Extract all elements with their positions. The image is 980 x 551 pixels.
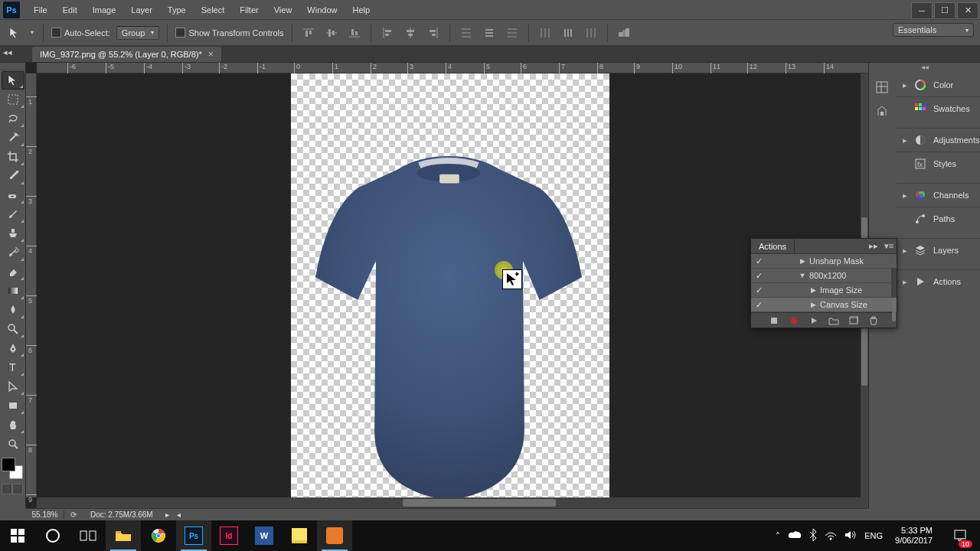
tray-language[interactable]: ENG	[864, 531, 883, 540]
menu-image[interactable]: Image	[85, 0, 124, 20]
panel-layers[interactable]: ▸Layers	[897, 238, 980, 262]
dodge-tool[interactable]	[2, 320, 24, 338]
tray-bluetooth-icon[interactable]	[809, 529, 817, 543]
document-info[interactable]: Doc: 2.75M/3.66M	[83, 510, 161, 519]
marquee-tool[interactable]	[2, 90, 24, 109]
distribute-left-icon[interactable]	[537, 24, 554, 41]
dock-stub-icon[interactable]	[871, 77, 893, 98]
action-toggle-icon[interactable]: ✓	[751, 256, 766, 266]
tab-scroll-left-icon[interactable]: ◂◂	[3, 47, 12, 57]
distribute-right-icon[interactable]	[583, 24, 599, 41]
distribute-hcenter-icon[interactable]	[560, 24, 577, 41]
action-row[interactable]: ✓ ▼800x1200	[751, 269, 897, 283]
tray-clock[interactable]: 5:33 PM9/06/2017	[890, 526, 937, 546]
move-tool[interactable]	[2, 71, 24, 90]
taskbar-notes-icon[interactable]	[282, 520, 317, 551]
menu-edit[interactable]: Edit	[55, 0, 85, 20]
status-flyout-icon[interactable]: ▸	[161, 510, 174, 519]
panel-flyout-icon[interactable]: ▸▸	[867, 240, 880, 253]
canvas[interactable]	[291, 73, 609, 497]
auto-align-icon[interactable]	[616, 24, 632, 41]
gradient-tool[interactable]	[2, 282, 24, 300]
foreground-background-swatches[interactable]	[2, 458, 23, 479]
panel-adjustments[interactable]: ▸Adjustments	[897, 128, 980, 152]
stop-recording-icon[interactable]	[768, 315, 780, 327]
lasso-tool[interactable]	[2, 109, 24, 128]
tray-overflow-icon[interactable]: ˄	[776, 531, 780, 541]
healing-brush-tool[interactable]	[2, 186, 24, 204]
tray-volume-icon[interactable]	[844, 530, 857, 542]
status-sync-icon[interactable]: ⟳	[64, 510, 83, 519]
align-bottom-icon[interactable]	[346, 24, 363, 41]
actions-scrollbar[interactable]	[891, 268, 897, 297]
distribute-bottom-icon[interactable]	[504, 24, 521, 41]
dock-stub-icon[interactable]	[871, 101, 893, 122]
distribute-top-icon[interactable]	[458, 24, 475, 41]
close-tab-icon[interactable]: ×	[208, 49, 214, 60]
window-minimize-button[interactable]: ─	[911, 2, 933, 19]
menu-file[interactable]: File	[26, 0, 55, 20]
taskbar-app-icon[interactable]	[317, 520, 352, 551]
pen-tool[interactable]	[2, 339, 24, 357]
action-toggle-icon[interactable]: ✓	[751, 285, 766, 295]
start-button[interactable]	[0, 520, 35, 551]
panel-actions[interactable]: ▸Actions	[897, 269, 980, 293]
play-action-icon[interactable]	[808, 315, 820, 327]
window-close-button[interactable]: ✕	[957, 2, 978, 19]
quick-mask-toggle[interactable]	[2, 484, 24, 494]
canvas-scrollbar-horizontal[interactable]	[37, 497, 868, 508]
history-brush-tool[interactable]	[2, 243, 24, 262]
align-hcenter-icon[interactable]	[402, 24, 419, 41]
taskbar-word-icon[interactable]: W	[247, 520, 282, 551]
new-set-icon[interactable]	[828, 315, 840, 327]
action-row[interactable]: ✓ ▶Image Size	[751, 283, 897, 298]
panel-menu-icon[interactable]: ▾≡	[883, 240, 895, 253]
panel-color[interactable]: ▸Color	[897, 73, 980, 96]
action-toggle-icon[interactable]: ✓	[751, 300, 766, 310]
distribute-vcenter-icon[interactable]	[481, 24, 498, 41]
panel-swatches[interactable]: ▸Swatches	[897, 96, 980, 120]
auto-select-mode-dropdown[interactable]: Group▾	[116, 26, 160, 40]
taskbar-photoshop-icon[interactable]: Ps	[176, 520, 211, 551]
tray-onedrive-icon[interactable]	[788, 530, 802, 541]
action-row[interactable]: ✓ ▶Canvas Size	[751, 298, 897, 312]
action-toggle-icon[interactable]: ✓	[751, 271, 766, 281]
panel-styles[interactable]: ▸fxStyles	[897, 152, 980, 175]
menu-layer[interactable]: Layer	[123, 0, 160, 20]
document-tab[interactable]: IMG_9372.png @ 55.2% (Layer 0, RGB/8)* ×	[32, 47, 221, 62]
eyedropper-tool[interactable]	[2, 167, 24, 185]
canvas-viewport[interactable]	[37, 73, 861, 497]
align-left-icon[interactable]	[379, 24, 396, 41]
workspace-switcher-dropdown[interactable]: Essentials▾	[893, 23, 974, 37]
blur-tool[interactable]	[2, 301, 24, 319]
begin-recording-icon[interactable]	[788, 315, 800, 327]
zoom-tool[interactable]	[2, 435, 24, 453]
tray-network-icon[interactable]	[825, 530, 837, 542]
tray-notifications-icon[interactable]: 10	[945, 520, 975, 551]
show-transform-checkbox[interactable]: Show Transform Controls	[175, 28, 283, 37]
clone-stamp-tool[interactable]	[2, 224, 24, 243]
hand-tool[interactable]	[2, 416, 24, 434]
crop-tool[interactable]	[2, 148, 24, 166]
panel-paths[interactable]: ▸Paths	[897, 207, 980, 230]
menu-window[interactable]: Window	[299, 0, 345, 20]
menu-filter[interactable]: Filter	[232, 0, 266, 20]
menu-view[interactable]: View	[266, 0, 300, 20]
auto-select-checkbox[interactable]: Auto-Select:	[51, 28, 110, 37]
taskbar-explorer-icon[interactable]	[106, 520, 141, 551]
align-vcenter-icon[interactable]	[323, 24, 340, 41]
magic-wand-tool[interactable]	[2, 129, 24, 147]
new-action-icon[interactable]	[848, 315, 860, 327]
taskbar-chrome-icon[interactable]	[141, 520, 176, 551]
type-tool[interactable]: T	[2, 358, 24, 377]
dock-collapse-icon[interactable]: ◂◂	[869, 63, 980, 73]
actions-panel-tab[interactable]: Actions	[751, 239, 795, 254]
task-view-button[interactable]	[70, 520, 106, 551]
menu-type[interactable]: Type	[160, 0, 194, 20]
delete-action-icon[interactable]	[867, 315, 880, 327]
taskbar-indesign-icon[interactable]: Id	[211, 520, 247, 551]
window-maximize-button[interactable]: ☐	[934, 2, 956, 19]
menu-select[interactable]: Select	[194, 0, 233, 20]
action-row[interactable]: ✓ ▶Unsharp Mask	[751, 254, 897, 269]
align-right-icon[interactable]	[425, 24, 442, 41]
